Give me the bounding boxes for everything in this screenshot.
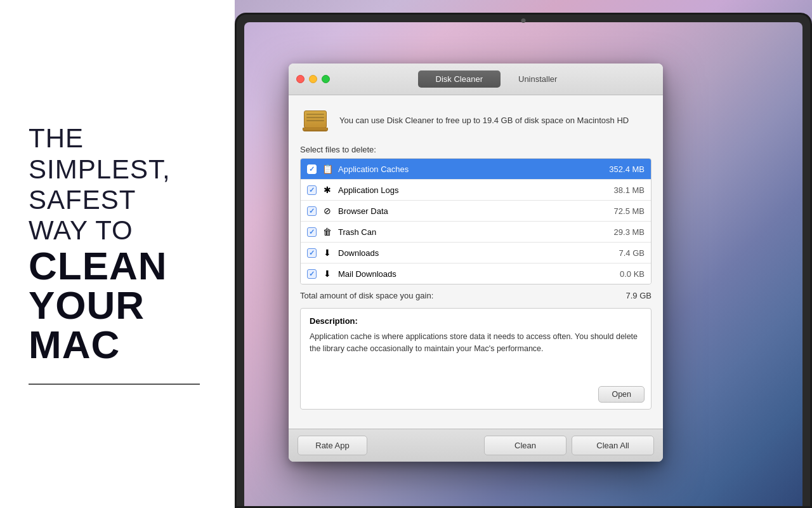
tagline-line6: YOUR — [29, 286, 206, 325]
file-size-2: 72.5 MB — [614, 206, 645, 216]
rate-app-button[interactable]: Rate App — [298, 436, 367, 455]
minimize-button[interactable] — [309, 75, 317, 83]
file-size-0: 352.4 MB — [609, 164, 645, 174]
app-window: Disk Cleaner Uninstaller — [289, 64, 663, 462]
select-label: Select files to delete: — [300, 145, 652, 154]
disk-icon — [300, 105, 331, 136]
tagline: THE SIMPLEST, SAFEST WAY TO CLEAN YOUR M… — [29, 123, 206, 364]
file-row-3[interactable]: ✓ 🗑 Trash Can 29.3 MB — [301, 222, 651, 243]
file-name-1: Application Logs — [338, 185, 609, 195]
file-row-2[interactable]: ✓ ⊘ Browser Data 72.5 MB — [301, 201, 651, 222]
right-panel: Disk Cleaner Uninstaller — [235, 0, 812, 508]
file-list: ✓ 📋 Application Caches 352.4 MB ✓ ✱ — [300, 158, 652, 284]
title-bar: Disk Cleaner Uninstaller — [289, 64, 663, 95]
desc-title: Description: — [310, 316, 642, 326]
file-icon-1: ✱ — [322, 184, 333, 196]
tab-disk-cleaner[interactable]: Disk Cleaner — [418, 70, 501, 88]
description-box: Description: Application cache is where … — [300, 308, 652, 410]
file-size-3: 29.3 MB — [614, 227, 645, 237]
info-bar: You can use Disk Cleaner to free up to 1… — [300, 105, 652, 136]
file-name-3: Trash Can — [338, 227, 609, 237]
file-row-0[interactable]: ✓ 📋 Application Caches 352.4 MB — [301, 159, 651, 180]
file-size-5: 0.0 KB — [620, 269, 645, 279]
tab-uninstaller[interactable]: Uninstaller — [501, 70, 575, 88]
laptop-bezel: Disk Cleaner Uninstaller — [235, 13, 812, 508]
file-icon-2: ⊘ — [322, 205, 333, 217]
checkbox-2[interactable]: ✓ — [307, 206, 317, 216]
total-label: Total amount of disk space you gain: — [300, 291, 433, 300]
total-value: 7.9 GB — [626, 291, 652, 300]
tagline-line4: WAY TO — [29, 215, 206, 246]
file-icon-0: 📋 — [322, 163, 333, 175]
laptop-screen: Disk Cleaner Uninstaller — [244, 22, 802, 506]
tagline-line1: THE — [29, 123, 206, 154]
file-icon-5: ⬇ — [322, 268, 333, 279]
checkbox-4[interactable]: ✓ — [307, 248, 317, 258]
file-row-4[interactable]: ✓ ⬇ Downloads 7.4 GB — [301, 243, 651, 264]
file-name-2: Browser Data — [338, 206, 609, 216]
file-size-4: 7.4 GB — [619, 248, 645, 258]
checkbox-3[interactable]: ✓ — [307, 227, 317, 237]
checkbox-5[interactable]: ✓ — [307, 269, 317, 279]
left-panel: THE SIMPLEST, SAFEST WAY TO CLEAN YOUR M… — [0, 0, 235, 508]
clean-all-button[interactable]: Clean All — [572, 436, 654, 455]
file-name-0: Application Caches — [338, 164, 604, 174]
clean-button[interactable]: Clean — [484, 436, 566, 455]
tab-bar: Disk Cleaner Uninstaller — [337, 70, 655, 88]
traffic-lights — [296, 75, 330, 83]
checkbox-0[interactable]: ✓ — [307, 164, 317, 174]
divider — [29, 384, 200, 385]
file-row-1[interactable]: ✓ ✱ Application Logs 38.1 MB — [301, 180, 651, 201]
checkbox-1[interactable]: ✓ — [307, 185, 317, 195]
bottom-bar: Rate App Clean Clean All — [289, 429, 663, 462]
file-size-1: 38.1 MB — [614, 185, 645, 195]
tagline-line3: SAFEST — [29, 185, 206, 215]
maximize-button[interactable] — [322, 75, 330, 83]
camera-dot — [521, 18, 526, 23]
open-button[interactable]: Open — [598, 386, 645, 403]
window-content: You can use Disk Cleaner to free up to 1… — [289, 95, 663, 429]
file-name-4: Downloads — [338, 248, 614, 258]
close-button[interactable] — [296, 75, 304, 83]
total-bar: Total amount of disk space you gain: 7.9… — [300, 291, 652, 300]
tagline-line2: SIMPLEST, — [29, 154, 206, 185]
file-name-5: Mail Downloads — [338, 269, 615, 279]
info-text: You can use Disk Cleaner to free up to 1… — [339, 115, 629, 126]
desc-text: Application cache is where applications … — [310, 331, 642, 355]
file-row-5[interactable]: ✓ ⬇ Mail Downloads 0.0 KB — [301, 264, 651, 284]
tagline-line5: CLEAN — [29, 246, 206, 286]
file-icon-3: 🗑 — [322, 226, 333, 237]
file-icon-4: ⬇ — [322, 247, 333, 258]
tagline-line7: MAC — [29, 325, 206, 364]
